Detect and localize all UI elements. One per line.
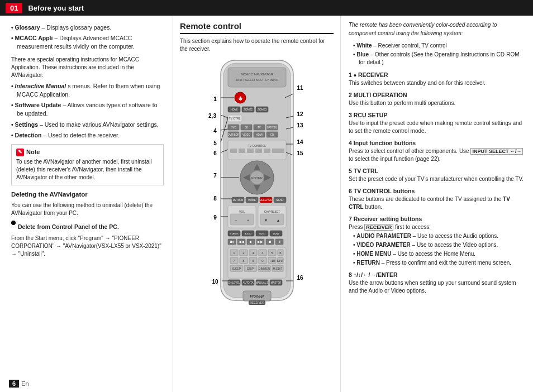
svg-text:+: + [246,218,249,222]
svg-text:TV CTRL: TV CTRL [229,117,240,120]
svg-text:DIMMER: DIMMER [258,267,270,270]
right-column: The remote has been conveniently color-c… [341,16,533,392]
interactive-label: Interactive Manual [15,83,66,89]
svg-text:BD: BD [244,126,248,129]
list-item-glossary: Glossary – Displays glossary pages. [11,23,164,32]
delete-bullet: Delete from Control Panel of the PC. [11,221,164,233]
svg-text:HOME: HOME [248,199,256,202]
right-item-1: 1 ♦ RECEIVER This switches between stand… [349,71,525,87]
item-1-text: This switches between standby and on for… [349,79,525,87]
svg-rect-37 [264,149,270,153]
color-white: White – Receiver control, TV control [353,42,525,50]
svg-text:⏻: ⏻ [238,96,242,101]
svg-text:RETURN: RETURN [232,199,243,202]
svg-rect-35 [247,149,254,153]
color-blue: Blue – Other controls (See the Operating… [353,51,525,66]
right-item-7: 7 Receiver setting buttons Press RECEIVE… [349,215,525,267]
page-number: 6 [9,380,19,388]
remote-diagram: MCACC NAVIGATOR INPUT SELECT MULTI-CH IN… [190,58,324,320]
svg-text:CH.LEVEL: CH.LEVEL [228,281,240,284]
right-item-6: 6 TV CONTROL buttons These buttons are d… [349,187,525,211]
svg-text:◀◀: ◀◀ [239,240,244,243]
svg-text:▼: ▼ [264,218,268,222]
svg-text:CD: CD [270,133,274,136]
footer: 6 En [9,380,29,388]
svg-text:14: 14 [297,139,303,145]
svg-text:SLEEP: SLEEP [231,267,241,270]
remote-description: This section explains how to operate the… [180,37,334,53]
svg-rect-36 [255,149,262,153]
svg-text:STATUS: STATUS [230,232,239,235]
svg-text:SAT/CBL: SAT/CBL [266,126,277,129]
return-btn: RETURN – Press to confirm and exit the c… [353,259,525,267]
item-7-sublist: AUDIO PARAMETER – Use to access the Audi… [349,232,525,267]
list-item-interactive: Interactive Manual s menus. Refer to the… [11,82,164,99]
svg-text:5: 5 [213,140,217,146]
note-box: ✎ Note To use the AVNavigator of another… [11,144,164,185]
deleting-section-title: Deleting the AVNavigator [11,190,164,199]
settings-label: Settings [15,121,38,128]
svg-text:M.EDIT: M.EDIT [273,267,282,270]
svg-text:▶: ▶ [249,240,252,243]
glossary-label: Glossary [15,24,40,31]
svg-text:DVR/BDR: DVR/BDR [227,133,239,136]
svg-text:⏮: ⏮ [230,240,234,243]
svg-text:11: 11 [297,85,303,91]
svg-text:13: 13 [297,122,303,128]
white-label: White [356,42,372,49]
svg-text:2,3: 2,3 [208,113,216,119]
chapter-number: 01 [6,3,22,13]
list-item-detection: Detection – Used to detect the receiver. [11,131,164,140]
svg-text:VIDEO: VIDEO [258,232,265,235]
note-text: To use the AVNavigator of another model,… [16,158,159,181]
svg-text:▶▶: ▶▶ [258,240,263,243]
svg-text:6: 6 [213,150,217,156]
svg-text:HDMI: HDMI [273,232,278,235]
right-item-5: 5 TV CTRL Set the preset code of your TV… [349,167,525,183]
item-7-text: Press RECEIVER first to access: [349,223,525,231]
software-label: Software Update [15,102,61,108]
list-item-settings: Settings – Used to make various AVNaviga… [11,121,164,129]
svg-text:15: 15 [297,150,303,156]
svg-text:ZONE2: ZONE2 [243,108,253,111]
svg-text:ENTER: ENTER [251,176,263,180]
note-icon: ✎ [16,149,24,156]
svg-text:Pioneer: Pioneer [250,294,265,298]
mcacc-label: MCACC Appli [15,35,53,41]
audio-param: AUDIO PARAMETER – Use to access the Audi… [353,232,525,240]
delete-title: Delete from Control Panel of the PC. [18,223,119,231]
svg-text:7: 7 [213,173,217,179]
svg-text:⏹: ⏹ [268,240,272,243]
remote-image-container: MCACC NAVIGATOR INPUT SELECT MULTI-CH IN… [180,58,334,320]
item-5-text: Set the preset code of your TV's manufac… [349,175,525,183]
item-3-text: Use to input the preset code when making… [349,119,525,135]
svg-text:VIDEO: VIDEO [242,133,250,136]
remote-title: Remote control [180,21,334,34]
svg-text:10: 10 [212,279,218,285]
svg-text:RECEIVER: RECEIVER [250,301,264,304]
main-content: Glossary – Displays glossary pages. MCAC… [0,16,533,392]
svg-text:DISP: DISP [247,267,254,270]
svg-text:MENU: MENU [276,199,283,202]
item-2-text: Use this button to perform multi operati… [349,99,525,107]
svg-text:AUTO.TA: AUTO.TA [242,281,253,284]
middle-column: Remote control This section explains how… [173,16,341,392]
white-text: – Receiver control, TV control [373,42,447,49]
svg-text:MASTER: MASTER [270,281,282,284]
detection-label: Detection [15,132,42,138]
chapter-title: Before you start [28,4,84,12]
svg-rect-57 [230,214,254,225]
svg-text:16: 16 [297,275,303,281]
section-desc: You can use the following method to unin… [11,202,164,217]
svg-text:▲: ▲ [276,218,280,222]
page-lang: En [21,380,28,387]
svg-rect-33 [230,149,237,153]
right-item-8: 8 ↑/↓/←/→/ENTER Use the arrow buttons wh… [349,271,525,295]
svg-text:TV CONTROL: TV CONTROL [248,144,265,147]
svg-text:RECEIVER: RECEIVER [259,199,273,202]
svg-text:MCACC NAVIGATOR: MCACC NAVIGATOR [240,73,273,76]
blue-text: – Other controls (See the Operating Inst… [359,51,520,65]
svg-text:ENT: ENT [277,259,284,262]
feature-list-2: Interactive Manual s menus. Refer to the… [11,82,164,140]
svg-rect-2 [228,68,286,87]
